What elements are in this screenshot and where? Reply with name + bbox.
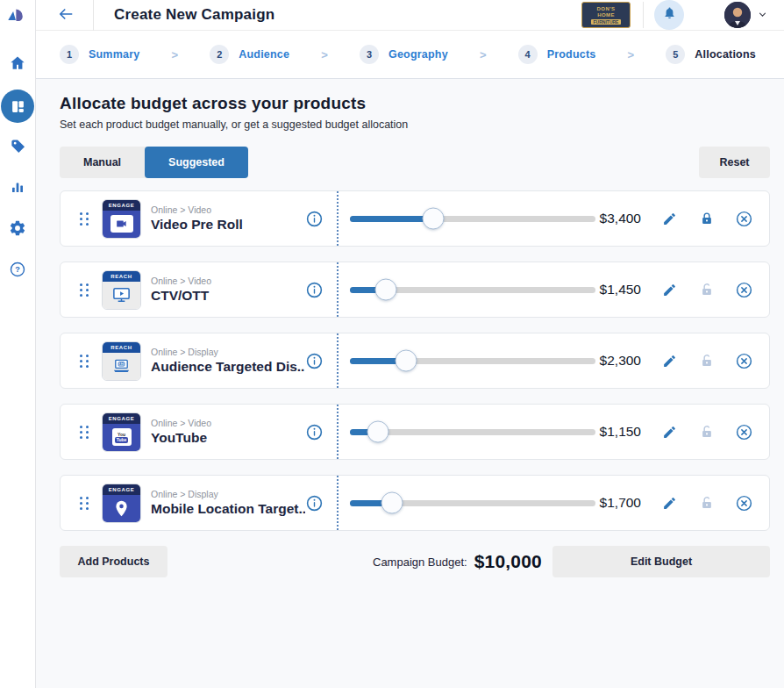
stepper-step[interactable]: 5 Allocations — [666, 45, 756, 64]
allocation-toolbar: Manual Suggested Reset — [60, 147, 770, 178]
chevron-down-icon — [758, 9, 767, 22]
app-window: ? Create New Campaign DON'S HOME FURNITU… — [0, 0, 784, 688]
info-icon[interactable] — [305, 494, 326, 512]
info-icon[interactable] — [305, 352, 326, 370]
user-avatar[interactable] — [724, 2, 751, 28]
drag-handle-icon[interactable] — [78, 426, 90, 439]
drag-handle-icon[interactable] — [78, 283, 90, 297]
budget-footer: Add Products Campaign Budget: $10,000 Ed… — [60, 546, 770, 577]
slider-handle[interactable] — [423, 208, 445, 230]
product-badge: REACH — [103, 342, 140, 353]
step-label: Products — [547, 48, 596, 61]
product-meta: Online > Display Mobile Location Target.… — [151, 489, 305, 517]
product-category: Online > Video — [151, 204, 305, 215]
slider-track[interactable] — [350, 358, 595, 364]
slider-handle[interactable] — [374, 279, 396, 301]
info-icon[interactable] — [305, 423, 326, 441]
product-name: Audience Targeted Dis... — [151, 359, 305, 375]
account-menu-button[interactable] — [758, 9, 767, 22]
budget-amount: $1,700 — [595, 495, 643, 511]
sidebar-item-campaigns[interactable] — [0, 87, 36, 125]
advertiser-logo-line1: DON'S — [597, 6, 616, 12]
remove-product-icon[interactable] — [735, 281, 753, 299]
sidebar-item-help[interactable]: ? — [0, 252, 36, 290]
remove-product-icon[interactable] — [735, 210, 753, 228]
sidebar-item-reports[interactable] — [0, 169, 36, 208]
manual-toggle-button[interactable]: Manual — [60, 147, 145, 178]
sidebar-item-settings[interactable] — [0, 211, 36, 249]
page-title: Create New Campaign — [114, 6, 274, 24]
tag-icon — [10, 138, 26, 158]
divider — [643, 2, 644, 28]
lock-icon[interactable] — [699, 211, 715, 226]
drag-handle-icon[interactable] — [78, 355, 90, 368]
campaign-budget-value: $10,000 — [474, 551, 542, 572]
edit-amount-icon[interactable] — [662, 354, 677, 369]
slider-track[interactable] — [350, 216, 595, 222]
stepper-step[interactable]: 4 Products — [518, 45, 596, 64]
back-button[interactable] — [57, 5, 75, 25]
product-badge: ENGAGE — [103, 413, 140, 424]
sidebar-item-tags[interactable] — [0, 128, 36, 167]
chevron-right-icon: > — [480, 48, 487, 61]
add-products-button[interactable]: Add Products — [60, 546, 167, 577]
info-icon[interactable] — [305, 210, 326, 228]
remove-product-icon[interactable] — [735, 352, 753, 370]
lock-icon[interactable] — [699, 424, 715, 440]
suggested-toggle-button[interactable]: Suggested — [145, 147, 248, 178]
budget-amount: $1,150 — [595, 424, 643, 440]
edit-amount-icon[interactable] — [662, 425, 677, 440]
budget-slider[interactable] — [350, 207, 595, 230]
info-icon[interactable] — [305, 281, 326, 299]
product-meta: Online > Video YouTube — [151, 418, 305, 446]
section-subheading: Set each product budget manually, or get… — [60, 118, 770, 131]
advertiser-logo[interactable]: DON'S HOME FURNITURE — [581, 2, 631, 28]
edit-amount-icon[interactable] — [662, 283, 677, 297]
remove-product-icon[interactable] — [735, 494, 753, 512]
stepper-step[interactable]: 2 Audience — [210, 45, 289, 64]
topbar-right: DON'S HOME FURNITURE — [581, 0, 784, 30]
budget-amount: $2,300 — [595, 353, 643, 369]
stepper-step[interactable]: 1 Summary — [60, 45, 139, 64]
slider-handle[interactable] — [367, 421, 389, 443]
reset-button[interactable]: Reset — [699, 147, 770, 178]
edit-budget-button[interactable]: Edit Budget — [552, 546, 770, 577]
product-category: Online > Video — [151, 418, 305, 428]
step-label: Summary — [89, 48, 139, 61]
slider-handle[interactable] — [381, 492, 403, 514]
chevron-right-icon: > — [628, 48, 635, 61]
remove-product-icon[interactable] — [735, 423, 753, 441]
lock-icon[interactable] — [699, 282, 715, 297]
allocation-mode-toggle: Manual Suggested — [60, 147, 248, 178]
brand-logo[interactable] — [0, 0, 35, 31]
stepper-step[interactable]: 3 Geography — [360, 45, 448, 64]
product-category: Online > Video — [151, 276, 305, 286]
product-name: Video Pre Roll — [151, 217, 305, 233]
product-name: Mobile Location Target... — [151, 501, 305, 517]
edit-amount-icon[interactable] — [662, 211, 677, 226]
drag-handle-icon[interactable] — [78, 497, 90, 510]
slider-handle[interactable] — [396, 350, 417, 372]
edit-amount-icon[interactable] — [662, 496, 677, 511]
bell-icon — [662, 6, 677, 24]
product-icon: ENGAGE YouTube — [102, 412, 141, 452]
reports-bar-chart-icon — [10, 179, 25, 198]
lock-icon[interactable] — [699, 495, 715, 511]
budget-slider[interactable] — [350, 491, 595, 514]
product-category: Online > Display — [151, 347, 305, 357]
product-glyph-icon — [103, 282, 140, 309]
budget-slider[interactable] — [350, 420, 595, 443]
notifications-button[interactable] — [654, 0, 684, 30]
budget-slider[interactable] — [350, 349, 595, 372]
product-icon: ENGAGE — [102, 484, 141, 523]
budget-slider[interactable] — [350, 278, 595, 301]
divider — [337, 405, 339, 459]
settings-gear-icon — [9, 219, 26, 240]
product-meta: Online > Video CTV/OTT — [151, 276, 305, 304]
lock-icon[interactable] — [699, 353, 715, 369]
divider — [337, 262, 339, 317]
sidebar-item-home[interactable] — [0, 46, 36, 84]
step-number: 4 — [518, 45, 538, 64]
drag-handle-icon[interactable] — [78, 212, 90, 226]
product-icon: REACH — [102, 270, 141, 310]
